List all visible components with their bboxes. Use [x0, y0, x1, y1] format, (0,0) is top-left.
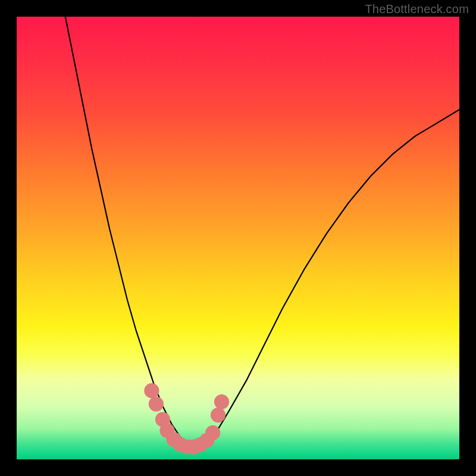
marker-cluster [144, 383, 229, 455]
curve-marker [149, 396, 164, 411]
curve-marker [211, 408, 226, 422]
plot-area [17, 17, 459, 459]
curve-layer [17, 17, 459, 459]
curve-marker [144, 383, 159, 398]
bottleneck-curve [65, 17, 459, 450]
watermark-text: TheBottleneck.com [365, 2, 469, 16]
curve-marker [214, 394, 229, 409]
chart-frame: TheBottleneck.com [0, 0, 476, 476]
curve-marker [205, 425, 220, 440]
